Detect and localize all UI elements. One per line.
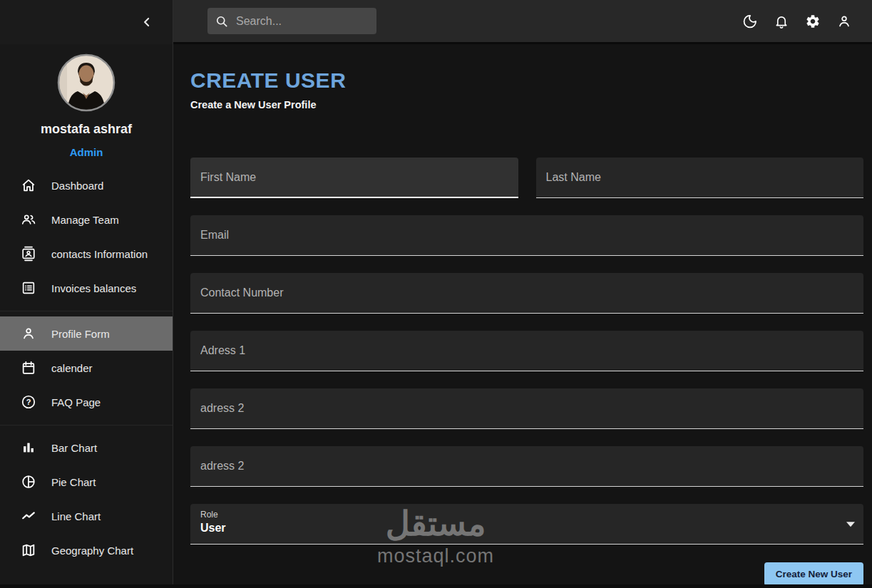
sidebar-item-label: contacts Information — [51, 248, 148, 260]
notifications-button[interactable] — [766, 6, 797, 37]
sidebar-item-line-chart[interactable]: Line Chart — [0, 499, 173, 533]
moon-icon — [742, 14, 758, 29]
topbar — [173, 0, 872, 44]
address1-field-wrap — [190, 331, 863, 371]
main-content: CREATE USER Create a New User Profile — [173, 46, 872, 588]
sidebar-item-label: Geography Chart — [51, 545, 133, 557]
sidebar-item-invoices-balances[interactable]: Invoices balances — [0, 271, 173, 305]
settings-button[interactable] — [797, 6, 829, 37]
bottom-strip — [0, 584, 872, 588]
profile-button[interactable] — [829, 6, 860, 37]
page-title: CREATE USER — [190, 68, 863, 93]
last-name-field-wrap — [536, 158, 864, 198]
email-field-wrap — [190, 215, 863, 256]
gear-icon — [805, 14, 821, 29]
sidebar-item-label: Bar Chart — [51, 442, 97, 454]
sidebar-item-label: Profile Form — [51, 328, 110, 340]
search-icon[interactable] — [215, 14, 229, 29]
user-profile-card: mostafa ashraf Admin — [0, 44, 173, 158]
first-name-field[interactable] — [190, 158, 518, 198]
pie-chart-icon — [20, 473, 37, 490]
role-select-value: User — [200, 522, 853, 535]
search-input[interactable] — [236, 15, 384, 28]
search-box — [207, 8, 376, 34]
sidebar-item-bar-chart[interactable]: Bar Chart — [0, 430, 173, 465]
address1-field[interactable] — [190, 331, 863, 371]
sidebar-menu: Dashboard Manage Team contacts Informati… — [0, 168, 173, 567]
profile-role-badge: Admin — [0, 146, 173, 158]
sidebar-divider — [0, 305, 173, 316]
contact-number-field[interactable] — [190, 273, 863, 314]
sidebar: mostafa ashraf Admin Dashboard Manage Te… — [0, 0, 173, 588]
sidebar-item-label: Pie Chart — [51, 476, 96, 488]
role-select-label: Role — [200, 510, 853, 520]
person-icon — [836, 14, 852, 29]
chevron-down-icon — [846, 522, 855, 527]
first-name-field-wrap — [190, 158, 518, 198]
sidebar-item-profile-form[interactable]: Profile Form — [0, 316, 173, 351]
address2-field[interactable] — [190, 388, 863, 429]
topbar-actions — [734, 6, 872, 37]
sidebar-item-geography-chart[interactable]: Geography Chart — [0, 533, 173, 567]
role-select[interactable]: Role User — [190, 504, 863, 545]
home-icon — [20, 177, 37, 194]
email-field[interactable] — [190, 215, 863, 256]
form-actions: Create New User — [190, 562, 863, 586]
avatar[interactable] — [57, 53, 116, 112]
create-user-form: Role User — [190, 158, 863, 545]
collapse-sidebar-button[interactable] — [133, 8, 161, 36]
sidebar-item-label: Manage Team — [51, 214, 119, 226]
people-icon — [20, 211, 37, 228]
address2-field-wrap — [190, 388, 863, 429]
app-window: mostafa ashraf Admin Dashboard Manage Te… — [0, 0, 872, 588]
line-chart-icon — [20, 507, 37, 525]
dark-mode-button[interactable] — [734, 6, 766, 37]
sidebar-item-label: Invoices balances — [51, 282, 136, 294]
bell-icon — [774, 14, 789, 29]
sidebar-item-label: Dashboard — [51, 180, 103, 192]
sidebar-divider — [0, 419, 173, 430]
sidebar-item-faq[interactable]: ? FAQ Page — [0, 385, 173, 419]
map-icon — [20, 542, 37, 559]
address2b-field-wrap — [190, 446, 863, 487]
calendar-icon — [20, 359, 37, 376]
sidebar-item-calendar[interactable]: calender — [0, 351, 173, 385]
create-new-user-button[interactable]: Create New User — [764, 562, 863, 586]
address2b-field[interactable] — [190, 446, 863, 487]
sidebar-item-dashboard[interactable]: Dashboard — [0, 168, 173, 202]
chevron-left-icon — [140, 15, 154, 29]
invoices-icon — [20, 279, 37, 296]
sidebar-item-manage-team[interactable]: Manage Team — [0, 202, 173, 237]
sidebar-item-label: FAQ Page — [51, 396, 101, 408]
sidebar-item-label: calender — [51, 362, 93, 374]
contact-number-field-wrap — [190, 273, 863, 314]
contacts-icon — [20, 245, 37, 262]
svg-text:?: ? — [26, 398, 31, 406]
sidebar-item-pie-chart[interactable]: Pie Chart — [0, 465, 173, 499]
sidebar-header — [0, 0, 173, 44]
help-icon: ? — [20, 393, 37, 411]
bar-chart-icon — [20, 439, 37, 456]
last-name-field[interactable] — [536, 158, 864, 198]
sidebar-item-contacts-information[interactable]: contacts Information — [0, 237, 173, 271]
profile-name: mostafa ashraf — [0, 122, 173, 137]
sidebar-item-label: Line Chart — [51, 510, 101, 522]
page-subtitle: Create a New User Profile — [190, 99, 863, 110]
person-icon — [20, 325, 37, 342]
